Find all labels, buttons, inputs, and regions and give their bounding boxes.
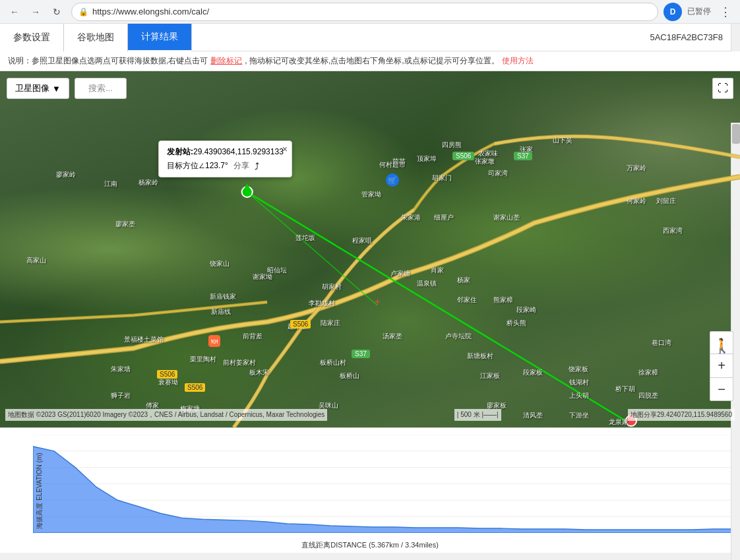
svg-text:+: + bbox=[374, 296, 380, 307]
label-xml: 新庙线 bbox=[211, 307, 231, 317]
label-hjl: 何家岭 bbox=[627, 197, 646, 206]
back-button[interactable]: ← bbox=[5, 3, 24, 21]
scale-bar: | 500 米 |——| bbox=[454, 409, 501, 421]
fullscreen-button[interactable]: ⛶ bbox=[712, 78, 733, 99]
label-gjao: 管家坳 bbox=[361, 190, 381, 199]
browser-chrome: ← → ↻ 🔒 https://www.elongshi.com/calc/ D… bbox=[0, 0, 740, 24]
usage-link[interactable]: 使用方法 bbox=[502, 55, 534, 67]
label-szj: 狮子岩 bbox=[111, 391, 131, 400]
tab-params[interactable]: 参数设置 bbox=[0, 24, 64, 51]
label-rjb: 饶家板 bbox=[569, 365, 588, 374]
dropdown-icon: ▼ bbox=[52, 84, 61, 94]
map-popup: × 发射站:29.4390364,115.9293133 目标方位∠123.7°… bbox=[158, 140, 292, 177]
label-djb: 顶家埠 bbox=[417, 154, 437, 164]
svg-line-6 bbox=[247, 192, 377, 305]
label-zjq: 朱家墙 bbox=[111, 365, 131, 374]
label-lklc: 李勘垅村 bbox=[309, 299, 335, 308]
label-qbc: 前背差 bbox=[243, 332, 262, 341]
label-wqz: 温泉镇 bbox=[417, 279, 437, 288]
profile-initial: D bbox=[670, 7, 676, 16]
store-icon: 🛒 bbox=[386, 173, 399, 187]
label-xjz2: 徐家樟 bbox=[638, 368, 658, 377]
menu-button[interactable]: ⋮ bbox=[716, 3, 735, 21]
pegman-icon: 🚶 bbox=[713, 338, 731, 355]
label-jjb: 江家板 bbox=[480, 371, 500, 381]
label-xjsl: 谢家山垄 bbox=[493, 213, 520, 222]
map-container[interactable]: + 何村超市 胡家门 司家湾 四房熊 农家味 张家 山下吴 万家岭 何家岭 刘留… bbox=[0, 71, 740, 427]
label-bqsc: 板桥山村 bbox=[320, 358, 346, 367]
tab-results[interactable]: 计算结果 bbox=[128, 24, 192, 51]
chart-container: 海拔高度 ELEVATION (m) 300 250 200 150 100 5… bbox=[0, 427, 740, 553]
device-id-bar: 5AC18FA2BC73F8 bbox=[192, 24, 731, 51]
label-tjl: 汤家垄 bbox=[383, 332, 402, 341]
label-djq: 段家崎 bbox=[516, 305, 536, 315]
label-qtx: 桥头熊 bbox=[507, 319, 526, 328]
zoom-in-button[interactable]: + bbox=[710, 354, 733, 377]
label-xjz: 熊家樟 bbox=[493, 296, 513, 305]
map-svg: + bbox=[0, 71, 740, 427]
label-rjs: 饶家山 bbox=[210, 259, 230, 268]
tab-bar: 参数设置 谷歌地图 计算结果 5AC18FA2BC73F8 bbox=[0, 24, 740, 51]
label-cjz: 程家咀 bbox=[352, 236, 372, 245]
zoom-out-button[interactable]: − bbox=[710, 377, 733, 401]
label-llz: 刘留庄 bbox=[656, 197, 676, 206]
label-qcjjc: 前村姜家村 bbox=[223, 358, 256, 367]
label-ljl: 廖家岭 bbox=[56, 170, 76, 179]
url-text: https://www.elongshi.com/calc/ bbox=[92, 7, 209, 16]
label-yjl: 杨家岭 bbox=[139, 178, 158, 187]
satellite-button[interactable]: 卫星图像 ▼ bbox=[7, 78, 69, 99]
label-bms: 板木宋 bbox=[249, 368, 269, 377]
label-sfx: 四房熊 bbox=[442, 140, 462, 150]
label-xdw: 山下吴 bbox=[553, 136, 572, 145]
label-ltb: 莲坨坂 bbox=[295, 233, 315, 243]
label-zjg: 朱家港 bbox=[401, 213, 421, 222]
label-wjl: 万家岭 bbox=[627, 164, 646, 173]
badge-s506: S506 bbox=[452, 152, 474, 160]
lock-icon: 🔒 bbox=[78, 7, 88, 16]
label-yangjia: 杨家 bbox=[457, 276, 470, 285]
delete-link[interactable]: 删除标记 bbox=[210, 55, 242, 67]
label-qhc: 钱湖村 bbox=[569, 378, 589, 387]
label-sijw: 司家湾 bbox=[488, 169, 508, 178]
popup-close-button[interactable]: × bbox=[282, 144, 288, 154]
label-ssao: 衰赛坳 bbox=[158, 378, 178, 387]
chart-x-label: 直线距离DISTANCE (5.367km / 3.34miles) bbox=[0, 540, 740, 550]
label-xkw: 巷口湾 bbox=[652, 338, 671, 348]
address-bar[interactable]: 🔒 https://www.elongshi.com/calc/ bbox=[71, 3, 658, 21]
badge-s37: S37 bbox=[514, 152, 532, 160]
label-ljzhuang: 陆家庄 bbox=[321, 319, 340, 328]
label-sthu: 上头胡 bbox=[569, 391, 589, 400]
label-stl: 四脱垄 bbox=[638, 391, 658, 400]
label-hujm: 胡家门 bbox=[432, 173, 452, 183]
label-lltc: 栗里陶村 bbox=[190, 355, 216, 364]
popup-share-label[interactable]: 分享 bbox=[233, 160, 249, 171]
food-icon: 🍽 bbox=[208, 335, 220, 347]
label-jiangn: 江南 bbox=[104, 179, 117, 189]
device-id: 5AC18FA2BC73F8 bbox=[650, 32, 723, 42]
info-bar: 说明：参照卫星图像点选两点可获得海拔数据,右键点击可 删除标记 , 拖动标记可改… bbox=[0, 51, 740, 71]
label-xmqj: 新庙钱家 bbox=[210, 292, 236, 301]
share-icon[interactable]: ⤴ bbox=[255, 161, 259, 171]
info-text: 说明：参照卫星图像点选两点可获得海拔数据,右键点击可 bbox=[8, 55, 208, 67]
label-djb2: 段家板 bbox=[523, 368, 543, 377]
svg-line-0 bbox=[247, 192, 631, 424]
svg-marker-21 bbox=[33, 447, 733, 533]
tab-map[interactable]: 谷歌地图 bbox=[64, 24, 128, 51]
reload-button[interactable]: ↻ bbox=[47, 3, 66, 21]
label-bqs: 板桥山 bbox=[340, 371, 359, 381]
zoom-controls: + − bbox=[710, 354, 733, 401]
fullscreen-icon: ⛶ bbox=[718, 82, 728, 94]
search-button[interactable]: 搜索... bbox=[75, 78, 127, 99]
label-jflcg: 景福楼土菜馆 bbox=[124, 335, 164, 344]
label-ljt: 卢家塘 bbox=[390, 269, 410, 278]
label-xtbc: 新塘板村 bbox=[467, 352, 493, 361]
forward-button[interactable]: → bbox=[26, 3, 45, 21]
badge-s37-2: S37 bbox=[352, 350, 370, 358]
label-xiaoj: 肖家 bbox=[431, 266, 444, 275]
label-xjw: 西家湾 bbox=[663, 226, 683, 235]
info-text2: , 拖动标记可改变其坐标,点击地图右下角坐标,或点标记提示可分享位置。 bbox=[245, 55, 499, 67]
share-coords[interactable]: 地图分享29.4240720,115.9489560 bbox=[628, 409, 735, 421]
chart-y-label: 海拔高度 ELEVATION (m) bbox=[35, 452, 44, 528]
badge-s506-2: S506 bbox=[185, 383, 205, 392]
profile-button[interactable]: D bbox=[663, 3, 682, 21]
